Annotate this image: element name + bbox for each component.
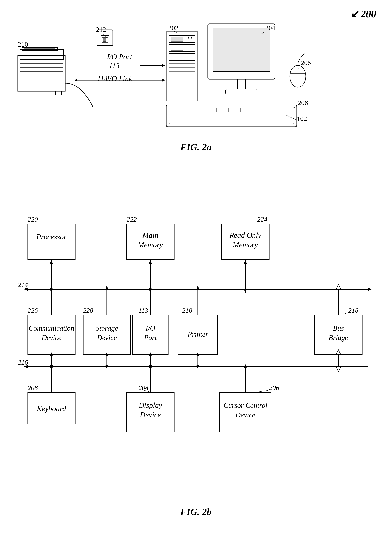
svg-text:114: 114 bbox=[97, 75, 108, 83]
svg-text:206: 206 bbox=[269, 384, 279, 391]
svg-rect-37 bbox=[238, 79, 245, 89]
fig2a-area: I/O Port 113 114 I/O Link bbox=[12, 16, 380, 155]
svg-rect-8 bbox=[22, 91, 28, 95]
svg-text:Processor: Processor bbox=[36, 233, 67, 241]
svg-text:204: 204 bbox=[265, 24, 275, 32]
svg-line-169 bbox=[257, 390, 268, 392]
svg-text:113: 113 bbox=[109, 62, 120, 70]
fig2b-caption-text: FIG. 2b bbox=[180, 506, 211, 517]
svg-rect-0 bbox=[18, 56, 65, 91]
svg-point-34 bbox=[188, 36, 191, 39]
svg-text:Port: Port bbox=[144, 334, 157, 342]
svg-text:210: 210 bbox=[182, 307, 192, 314]
svg-text:Read Only: Read Only bbox=[229, 231, 261, 239]
svg-text:Keyboard: Keyboard bbox=[37, 404, 66, 413]
svg-text:220: 220 bbox=[28, 215, 38, 223]
svg-rect-27 bbox=[171, 46, 183, 50]
svg-marker-100 bbox=[50, 285, 53, 289]
fig2a-caption: FIG. 2a bbox=[12, 142, 380, 153]
svg-marker-22 bbox=[162, 79, 165, 82]
svg-marker-139 bbox=[336, 284, 341, 289]
svg-marker-17 bbox=[162, 64, 165, 67]
svg-marker-85 bbox=[149, 260, 152, 263]
svg-marker-92 bbox=[244, 260, 247, 263]
svg-text:208: 208 bbox=[298, 99, 308, 106]
svg-text:Communication: Communication bbox=[29, 324, 74, 332]
fig2b-area: 214 216 Processor 220 Main Memory 222 Re… bbox=[12, 178, 380, 519]
svg-marker-130 bbox=[196, 285, 199, 289]
svg-text:113: 113 bbox=[139, 307, 148, 314]
svg-rect-42 bbox=[166, 105, 297, 127]
svg-rect-43 bbox=[169, 108, 294, 112]
svg-text:Memory: Memory bbox=[138, 241, 163, 249]
svg-text:222: 222 bbox=[127, 215, 137, 223]
svg-line-144 bbox=[344, 313, 348, 314]
svg-text:208: 208 bbox=[28, 384, 38, 391]
svg-text:214: 214 bbox=[18, 281, 28, 288]
fig2b-caption: FIG. 2b bbox=[12, 506, 380, 517]
svg-text:Printer: Printer bbox=[187, 330, 208, 339]
svg-rect-25 bbox=[171, 37, 183, 41]
svg-text:Main: Main bbox=[142, 231, 158, 239]
svg-text:206: 206 bbox=[301, 59, 311, 66]
svg-rect-26 bbox=[169, 45, 195, 52]
svg-line-67 bbox=[285, 115, 296, 120]
svg-marker-146 bbox=[336, 367, 341, 372]
svg-marker-21 bbox=[74, 79, 77, 82]
svg-rect-45 bbox=[169, 120, 294, 124]
svg-text:224: 224 bbox=[257, 215, 267, 223]
svg-text:210: 210 bbox=[18, 41, 28, 48]
svg-line-63 bbox=[298, 67, 300, 69]
svg-rect-23 bbox=[166, 32, 198, 101]
fig2a-svg: I/O Port 113 114 I/O Link bbox=[12, 16, 380, 131]
fig2a-caption-text: FIG. 2a bbox=[180, 142, 211, 152]
svg-text:Bus: Bus bbox=[333, 324, 344, 332]
svg-text:Device: Device bbox=[41, 334, 61, 342]
svg-text:Device: Device bbox=[140, 411, 161, 419]
svg-text:Display: Display bbox=[139, 401, 162, 409]
svg-text:Storage: Storage bbox=[96, 324, 118, 332]
svg-text:Device: Device bbox=[235, 411, 255, 419]
svg-rect-36 bbox=[213, 28, 270, 71]
svg-text:I/O: I/O bbox=[145, 324, 155, 332]
svg-marker-93 bbox=[244, 289, 247, 293]
fig2a-illustration: I/O Port 113 114 I/O Link bbox=[12, 16, 380, 131]
svg-marker-110 bbox=[105, 285, 108, 289]
svg-text:226: 226 bbox=[28, 307, 38, 314]
svg-rect-1 bbox=[20, 50, 63, 59]
svg-text:Bridge: Bridge bbox=[329, 334, 348, 342]
svg-rect-9 bbox=[55, 91, 61, 95]
svg-text:212: 212 bbox=[96, 26, 106, 33]
svg-marker-78 bbox=[50, 260, 53, 263]
svg-text:202: 202 bbox=[168, 24, 178, 32]
svg-rect-80 bbox=[28, 224, 75, 260]
fig2b-svg: 214 216 Processor 220 Main Memory 222 Re… bbox=[12, 178, 380, 499]
svg-rect-38 bbox=[226, 89, 257, 94]
svg-rect-13 bbox=[103, 39, 106, 42]
svg-text:218: 218 bbox=[348, 307, 358, 314]
svg-rect-44 bbox=[169, 114, 294, 118]
svg-text:228: 228 bbox=[83, 307, 93, 314]
svg-text:216: 216 bbox=[18, 359, 28, 366]
svg-marker-120 bbox=[149, 285, 152, 289]
svg-text:Device: Device bbox=[97, 334, 117, 342]
svg-marker-70 bbox=[368, 288, 372, 291]
svg-line-65 bbox=[293, 107, 297, 108]
svg-text:Memory: Memory bbox=[233, 241, 258, 249]
svg-text:I/O Link: I/O Link bbox=[107, 75, 132, 83]
svg-text:102: 102 bbox=[297, 115, 307, 122]
svg-text:I/O Port: I/O Port bbox=[107, 53, 132, 61]
svg-rect-28 bbox=[169, 53, 195, 60]
svg-text:204: 204 bbox=[139, 384, 149, 391]
svg-text:Cursor Control: Cursor Control bbox=[223, 401, 267, 409]
